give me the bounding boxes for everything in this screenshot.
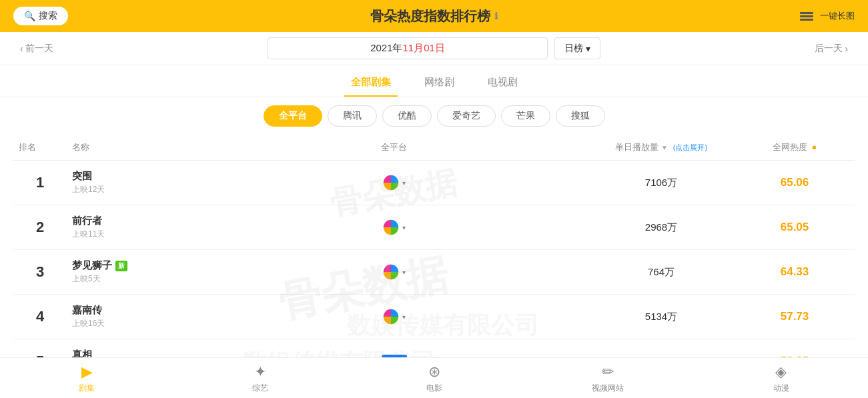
platform-chevron-1[interactable]: ▾ — [402, 179, 406, 187]
date-type-select[interactable]: 日榜 ▾ — [554, 37, 600, 59]
dramas-label: 剧集 — [79, 383, 95, 394]
heat-count-3: 64.33 — [735, 265, 855, 279]
col-name: 名称 — [67, 141, 200, 153]
movies-icon: ⊛ — [428, 363, 440, 381]
movies-label: 电影 — [426, 383, 442, 394]
multi-platform-icon-4 — [382, 308, 400, 325]
tab-web-series[interactable]: 网络剧 — [418, 72, 461, 97]
platform-chevron-3[interactable]: ▾ — [402, 269, 406, 276]
platform-icons-1: ▾ — [200, 174, 588, 191]
date-day: 01日 — [424, 42, 445, 53]
rank-3: 3 — [13, 263, 67, 281]
play-count-1: 7106万 — [588, 177, 735, 189]
heat-count-4: 57.73 — [735, 310, 855, 323]
tab-tv-series[interactable]: 电视剧 — [481, 72, 524, 97]
expand-link[interactable]: (点击展开) — [673, 143, 707, 153]
multi-platform-icon-2 — [382, 219, 400, 236]
rank-4: 4 — [13, 308, 67, 325]
bottom-nav-variety[interactable]: ✦ 综艺 — [173, 363, 347, 394]
tab-all-series[interactable]: 全部剧集 — [344, 72, 398, 97]
date-input-wrap: 2021年11月01日 日榜 ▾ — [60, 37, 809, 59]
col-daily-play: 单日播放量 ▼ (点击展开) — [588, 141, 735, 153]
platform-iqiyi[interactable]: 爱奇艺 — [437, 105, 496, 127]
header: 🔍 搜索 骨朵热度指数排行榜 ℹ 一键长图 — [0, 0, 868, 32]
rank-2: 2 — [13, 219, 67, 236]
show-info-1[interactable]: 突围 上映12天 — [67, 170, 200, 195]
heat-label: 全网热度 — [773, 142, 807, 152]
show-days-3: 上映5天 — [72, 273, 200, 285]
show-info-2[interactable]: 前行者 上映11天 — [67, 215, 200, 240]
chevron-down-icon: ▾ — [586, 43, 590, 54]
show-days-1: 上映12天 — [72, 184, 200, 195]
table-row: 4 嘉南传 上映16天 ▾ 5134万 57.73 — [13, 295, 855, 339]
anime-label: 动漫 — [773, 383, 789, 394]
nav-bar: ‹ 前一天 2021年11月01日 日榜 ▾ 后一天 › — [0, 32, 868, 65]
prev-day-label: 前一天 — [25, 43, 53, 55]
prev-day-button[interactable]: ‹ 前一天 — [13, 43, 60, 55]
one-click-long-img[interactable]: 一键长图 — [797, 8, 855, 24]
platform-mango[interactable]: 芒果 — [501, 105, 550, 127]
bottom-nav-movies[interactable]: ⊛ 电影 — [347, 363, 520, 394]
heat-count-1: 65.06 — [735, 176, 855, 189]
platform-youku[interactable]: 优酷 — [382, 105, 432, 127]
show-info-3[interactable]: 梦见狮子 新 上映5天 — [67, 259, 200, 285]
col-platform: 全平台 — [200, 141, 588, 153]
sort-arrow-icon: ▼ — [661, 144, 668, 151]
col-heat: 全网热度 ● — [735, 141, 855, 153]
multi-platform-icon-3 — [382, 263, 400, 281]
bottom-nav-anime[interactable]: ◈ 动漫 — [695, 363, 868, 394]
show-days-2: 上映11天 — [72, 229, 200, 240]
platform-chevron-4[interactable]: ▾ — [402, 313, 406, 321]
search-label: 搜索 — [39, 10, 57, 22]
show-info-4[interactable]: 嘉南传 上映16天 — [67, 304, 200, 329]
content-tabs: 全部剧集 网络剧 电视剧 — [0, 65, 868, 97]
table-row: 1 突围 上映12天 ▾ 7106万 65.06 — [13, 161, 855, 205]
video-sites-label: 视频网站 — [592, 383, 624, 394]
platform-filter: 全平台 腾讯 优酷 爱奇艺 芒果 搜狐 — [0, 97, 868, 135]
table-row: 2 前行者 上映11天 ▾ 2968万 65.05 — [13, 205, 855, 250]
platform-tencent[interactable]: 腾讯 — [328, 105, 377, 127]
search-button[interactable]: 🔍 搜索 — [13, 7, 68, 25]
date-display[interactable]: 2021年11月01日 — [268, 37, 548, 59]
info-icon[interactable]: ℹ — [494, 11, 498, 21]
multi-platform-icon-1 — [382, 174, 400, 191]
platform-all[interactable]: 全平台 — [264, 105, 322, 127]
col-rank: 排名 — [13, 141, 67, 153]
variety-icon: ✦ — [254, 363, 266, 381]
platform-icons-4: ▾ — [200, 308, 588, 325]
heat-icon: ● — [811, 142, 817, 152]
title-text: 骨朵热度指数排行榜 — [370, 7, 490, 25]
anime-icon: ◈ — [775, 363, 787, 381]
chevron-left-icon: ‹ — [20, 43, 23, 54]
play-count-4: 5134万 — [588, 311, 735, 323]
main-content: 骨朵数据 骨朵数据 数娱传媒有限公司 数娱传媒有限公司 排名 名称 全平台 单日… — [0, 135, 868, 384]
show-name-1: 突围 — [72, 170, 200, 183]
date-type-label: 日榜 — [564, 43, 583, 55]
bottom-nav-dramas[interactable]: ▶ 剧集 — [0, 363, 173, 394]
video-sites-icon: ✏ — [602, 363, 614, 381]
long-img-icon — [797, 8, 816, 24]
ranking-table: 排名 名称 全平台 单日播放量 ▼ (点击展开) 全网热度 ● 1 突围 上映1… — [0, 135, 868, 384]
date-year: 2021年 — [370, 42, 402, 53]
show-days-4: 上映16天 — [72, 318, 200, 329]
platform-chevron-2[interactable]: ▾ — [402, 224, 406, 231]
heat-count-2: 65.05 — [735, 221, 855, 234]
search-icon: 🔍 — [24, 11, 35, 21]
platform-sohu[interactable]: 搜狐 — [556, 105, 605, 127]
play-count-2: 2968万 — [588, 221, 735, 234]
show-name-3: 梦见狮子 新 — [72, 259, 200, 272]
next-day-button[interactable]: 后一天 › — [808, 43, 855, 55]
variety-label: 综艺 — [252, 383, 268, 394]
daily-play-label: 单日播放量 — [615, 141, 659, 153]
show-name-4: 嘉南传 — [72, 304, 200, 317]
bottom-nav-video-sites[interactable]: ✏ 视频网站 — [521, 363, 695, 394]
chevron-right-icon: › — [845, 43, 848, 54]
rank-1: 1 — [13, 174, 67, 191]
date-month: 11月 — [403, 42, 424, 53]
bottom-nav: ▶ 剧集 ✦ 综艺 ⊛ 电影 ✏ 视频网站 ◈ 动漫 — [0, 357, 868, 398]
table-row: 3 梦见狮子 新 上映5天 ▾ 764万 64.33 — [13, 250, 855, 295]
one-click-label: 一键长图 — [820, 10, 855, 22]
header-title: 骨朵热度指数排行榜 ℹ — [370, 7, 498, 25]
new-tag-3: 新 — [115, 261, 127, 271]
show-name-2: 前行者 — [72, 215, 200, 227]
